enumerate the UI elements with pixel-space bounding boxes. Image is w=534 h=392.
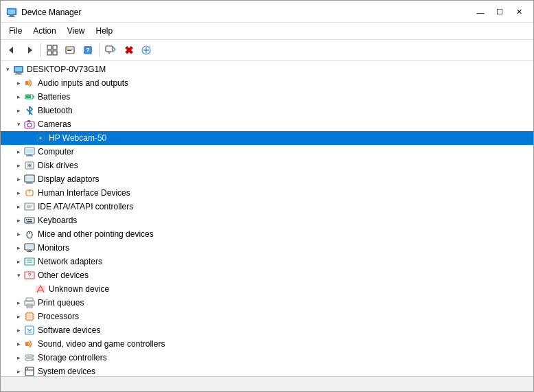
svg-marker-4: [9, 47, 13, 54]
tree-item-webcam[interactable]: HP Webcam-50: [1, 131, 533, 145]
svg-rect-24: [16, 73, 21, 74]
tree-item-ide[interactable]: ▸IDE ATA/ATAPI controllers: [1, 200, 533, 214]
tree-item-unknown[interactable]: Unknown device: [1, 282, 533, 296]
root-label: DESKTOP-0V73G1M: [27, 65, 106, 74]
svg-rect-8: [47, 51, 51, 55]
window-controls: — ☐ ✕: [472, 5, 528, 19]
tree-icon-network: [24, 256, 35, 267]
tree-item-monitors[interactable]: ▸Monitors: [1, 241, 533, 255]
toolbar-sep-2: [99, 43, 100, 57]
tree-label-monitors: Monitors: [38, 243, 69, 253]
svg-rect-25: [15, 74, 22, 75]
tree-item-audio[interactable]: ▸Audio inputs and outputs: [1, 76, 533, 90]
tree-icon-webcam: [35, 132, 46, 143]
tree-toggle-other[interactable]: ▾: [13, 270, 24, 281]
tree-toggle-software[interactable]: ▸: [13, 325, 24, 336]
tree-item-network[interactable]: ▸Network adapters: [1, 255, 533, 268]
svg-point-13: [66, 46, 68, 48]
tree-item-other[interactable]: ▾?Other devices: [1, 268, 533, 282]
tree-item-bluetooth[interactable]: ▸Bluetooth: [1, 104, 533, 117]
tree-toggle-storage[interactable]: ▸: [13, 352, 24, 363]
svg-rect-32: [27, 120, 30, 122]
svg-rect-51: [25, 204, 34, 209]
tree-toggle-network[interactable]: ▸: [13, 256, 24, 267]
svg-rect-46: [26, 183, 33, 184]
tree-item-disk[interactable]: ▸Disk drives: [1, 159, 533, 172]
svg-rect-12: [67, 50, 71, 51]
tree-label-hid: Human Interface Devices: [38, 188, 130, 198]
tree-toggle-batteries[interactable]: ▸: [13, 91, 24, 102]
close-button[interactable]: ✕: [510, 5, 528, 19]
tree-item-hid[interactable]: ▸Human Interface Devices: [1, 186, 533, 200]
svg-rect-101: [27, 369, 28, 370]
tree-item-keyboards[interactable]: ▸Keyboards: [1, 214, 533, 227]
tree-toggle-cameras[interactable]: ▾: [13, 119, 24, 130]
show-hide-button[interactable]: [44, 42, 60, 58]
tree-label-unknown: Unknown device: [49, 284, 109, 294]
tree-item-computer[interactable]: ▸Computer: [1, 145, 533, 159]
help-button[interactable]: ?: [80, 42, 96, 58]
title-bar: Device Manager — ☐ ✕: [1, 1, 533, 23]
tree-icon-keyboards: [24, 215, 35, 226]
tree-toggle-keyboards[interactable]: ▸: [13, 215, 24, 226]
tree-toggle-ide[interactable]: ▸: [13, 201, 24, 212]
scan-button[interactable]: [102, 42, 119, 58]
menu-help[interactable]: Help: [91, 24, 119, 38]
tree-label-display: Display adaptors: [38, 174, 99, 184]
tree-toggle-print[interactable]: ▸: [13, 297, 24, 308]
svg-rect-63: [26, 245, 33, 249]
svg-rect-29: [26, 95, 31, 98]
tree-toggle-monitors[interactable]: ▸: [13, 242, 24, 253]
maximize-button[interactable]: ☐: [491, 5, 509, 19]
tree-toggle-display[interactable]: ▸: [13, 174, 24, 185]
svg-rect-26: [25, 81, 28, 85]
tree-toggle-computer[interactable]: ▸: [13, 146, 24, 157]
tree-label-software: Software devices: [38, 325, 100, 335]
tree-toggle-sound[interactable]: ▸: [13, 338, 24, 349]
tree-toggle-processors[interactable]: ▸: [13, 311, 24, 322]
tree-area[interactable]: ▾ DESKTOP-0V73G1M ▸Audio inputs and outp…: [1, 61, 533, 376]
back-button[interactable]: [3, 42, 20, 58]
tree-label-cameras: Cameras: [38, 119, 71, 129]
tree-item-display[interactable]: ▸Display adaptors: [1, 172, 533, 186]
tree-item-processors[interactable]: ▸Processors: [1, 310, 533, 323]
tree-toggle-mice[interactable]: ▸: [13, 229, 24, 240]
add-button[interactable]: [138, 42, 154, 58]
tree-toggle-audio[interactable]: ▸: [13, 78, 24, 89]
tree-root[interactable]: ▾ DESKTOP-0V73G1M: [1, 62, 533, 76]
tree-item-sound[interactable]: ▸Sound, video and game controllers: [1, 337, 533, 351]
tree-toggle-hid[interactable]: ▸: [13, 187, 24, 198]
properties-button[interactable]: [62, 42, 78, 58]
menu-file[interactable]: File: [3, 24, 27, 38]
svg-text:?: ?: [86, 47, 90, 54]
update-button[interactable]: ✖: [120, 42, 137, 58]
svg-rect-44: [26, 176, 33, 181]
tree-icon-other: ?: [24, 270, 35, 281]
menu-view[interactable]: View: [62, 24, 91, 38]
tree-toggle-bluetooth[interactable]: ▸: [13, 105, 24, 116]
tree-item-storage[interactable]: ▸Storage controllers: [1, 351, 533, 365]
tree-item-cameras[interactable]: ▾Cameras: [1, 117, 533, 131]
tree-icon-bluetooth: [24, 105, 35, 116]
tree-icon-processors: [24, 311, 35, 322]
tree-icon-disk: [24, 160, 35, 171]
tree-item-batteries[interactable]: ▸Batteries: [1, 90, 533, 104]
svg-rect-2: [10, 15, 14, 16]
status-bar: [1, 376, 533, 391]
root-toggle[interactable]: ▾: [2, 64, 13, 75]
svg-rect-7: [53, 45, 57, 49]
tree-toggle-disk[interactable]: ▸: [13, 160, 24, 171]
tree-label-disk: Disk drives: [38, 161, 78, 170]
tree-item-software[interactable]: ▸Software devices: [1, 323, 533, 337]
menu-action[interactable]: Action: [27, 24, 61, 38]
tree-toggle-system[interactable]: ▸: [13, 366, 24, 376]
tree-label-storage: Storage controllers: [38, 353, 107, 362]
tree-label-keyboards: Keyboards: [38, 216, 77, 225]
minimize-button[interactable]: —: [472, 5, 489, 19]
tree-item-mice[interactable]: ▸Mice and other pointing devices: [1, 227, 533, 241]
tree-item-print[interactable]: ▸Print queues: [1, 296, 533, 310]
svg-rect-6: [47, 45, 51, 49]
tree-item-system[interactable]: ▸System devices: [1, 365, 533, 376]
forward-button[interactable]: [21, 42, 38, 58]
tree-toggle-webcam: [24, 132, 35, 143]
